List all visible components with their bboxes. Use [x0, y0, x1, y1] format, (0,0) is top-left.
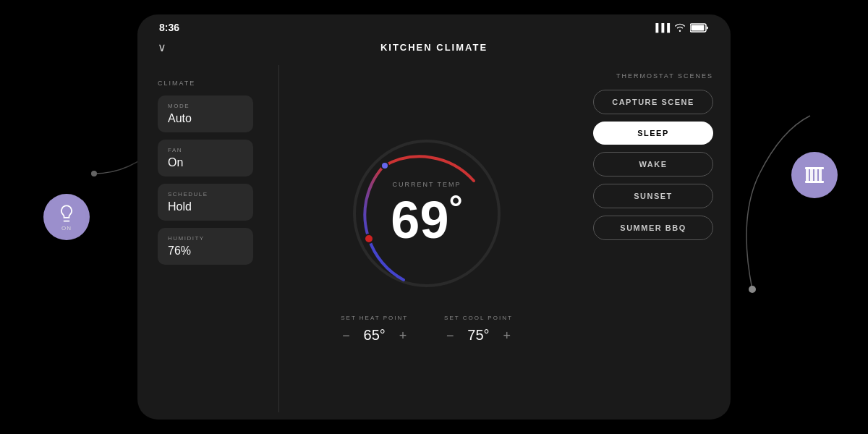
- svg-rect-8: [810, 168, 813, 182]
- mode-sublabel: MODE: [168, 103, 243, 109]
- svg-rect-2: [692, 25, 705, 30]
- schedule-sublabel: SCHEDULE: [168, 191, 243, 197]
- fan-sublabel: FAN: [168, 147, 243, 153]
- mode-value: Auto: [168, 112, 243, 125]
- right-device-node[interactable]: [791, 152, 838, 198]
- humidity-value: 76%: [168, 244, 243, 258]
- svg-point-5: [381, 162, 388, 169]
- cool-minus-button[interactable]: −: [446, 329, 454, 342]
- svg-rect-10: [819, 168, 822, 182]
- schedule-card[interactable]: SCHEDULE Hold: [158, 184, 253, 221]
- cool-setpoint: SET COOL POINT − 75° +: [444, 315, 513, 344]
- svg-rect-9: [814, 168, 817, 182]
- svg-point-6: [749, 286, 756, 293]
- temp-number: 69: [391, 191, 448, 249]
- current-temperature: 69°: [391, 191, 462, 249]
- wifi-icon: [674, 23, 686, 32]
- climate-panel-label: CLIMATE: [158, 80, 253, 87]
- status-icons: ▐▐▐: [653, 23, 709, 33]
- left-node-label: ON: [61, 225, 72, 231]
- light-node-circle[interactable]: ON: [43, 194, 90, 240]
- cool-label: SET COOL POINT: [444, 315, 513, 321]
- current-temp-label: CURRENT TEMP: [391, 181, 462, 188]
- heat-value: 65°: [362, 327, 388, 344]
- temperature-display: CURRENT TEMP 69°: [391, 181, 462, 246]
- sleep-scene-button[interactable]: SLEEP: [593, 122, 713, 145]
- status-bar: 8:36 ▐▐▐: [137, 22, 731, 33]
- sunset-scene-button[interactable]: SUNSET: [593, 184, 713, 208]
- svg-rect-11: [805, 167, 824, 169]
- status-time: 8:36: [159, 22, 179, 33]
- right-node-circle[interactable]: [791, 152, 838, 198]
- cool-controls: − 75° +: [446, 327, 511, 344]
- cool-plus-button[interactable]: +: [503, 329, 511, 342]
- heat-setpoint: SET HEAT POINT − 65° +: [341, 315, 408, 344]
- left-device-node[interactable]: ON: [43, 194, 90, 240]
- humidity-sublabel: HUMIDITY: [168, 235, 243, 242]
- svg-rect-12: [805, 181, 824, 183]
- tablet-frame: 8:36 ▐▐▐ ∨ KITCHEN CLIMATE CLIMATE: [137, 14, 731, 420]
- svg-point-4: [365, 234, 373, 243]
- schedule-value: Hold: [168, 200, 243, 213]
- header: ∨ KITCHEN CLIMATE: [137, 42, 731, 53]
- wake-scene-button[interactable]: WAKE: [593, 152, 713, 176]
- heat-controls: − 65° +: [342, 327, 407, 344]
- signal-icon: ▐▐▐: [653, 23, 670, 32]
- fan-value: On: [168, 156, 243, 169]
- battery-icon: [690, 23, 709, 33]
- climate-panel: CLIMATE MODE Auto FAN On SCHEDULE Hold H…: [137, 65, 268, 420]
- scenes-panel: THERMOSTAT SCENES CAPTURE SCENE SLEEP WA…: [586, 65, 731, 420]
- mode-card[interactable]: MODE Auto: [158, 95, 253, 132]
- humidity-card[interactable]: HUMIDITY 76%: [158, 228, 253, 265]
- content-area: CLIMATE MODE Auto FAN On SCHEDULE Hold H…: [137, 65, 731, 420]
- heat-minus-button[interactable]: −: [342, 329, 350, 342]
- thermostat-ring[interactable]: CURRENT TEMP 69°: [340, 127, 514, 300]
- chevron-down-icon[interactable]: ∨: [158, 41, 166, 54]
- scenes-panel-label: THERMOSTAT SCENES: [593, 72, 713, 80]
- heat-plus-button[interactable]: +: [399, 329, 407, 342]
- cool-value: 75°: [465, 327, 491, 344]
- svg-point-0: [91, 171, 97, 176]
- summer-bbq-scene-button[interactable]: SUMMER BBQ: [593, 216, 713, 240]
- thermostat-panel: CURRENT TEMP 69° SET HEAT POINT − 65° +: [268, 65, 586, 420]
- setpoints-container: SET HEAT POINT − 65° + SET COOL POINT − …: [341, 315, 513, 344]
- radiator-icon: [803, 163, 826, 187]
- degree-symbol: °: [448, 189, 462, 227]
- fan-card[interactable]: FAN On: [158, 140, 253, 176]
- svg-rect-7: [806, 168, 809, 182]
- page-title: KITCHEN CLIMATE: [380, 42, 488, 53]
- lightbulb-icon: [56, 203, 77, 224]
- capture-scene-button[interactable]: CAPTURE SCENE: [593, 90, 713, 114]
- heat-label: SET HEAT POINT: [341, 315, 408, 321]
